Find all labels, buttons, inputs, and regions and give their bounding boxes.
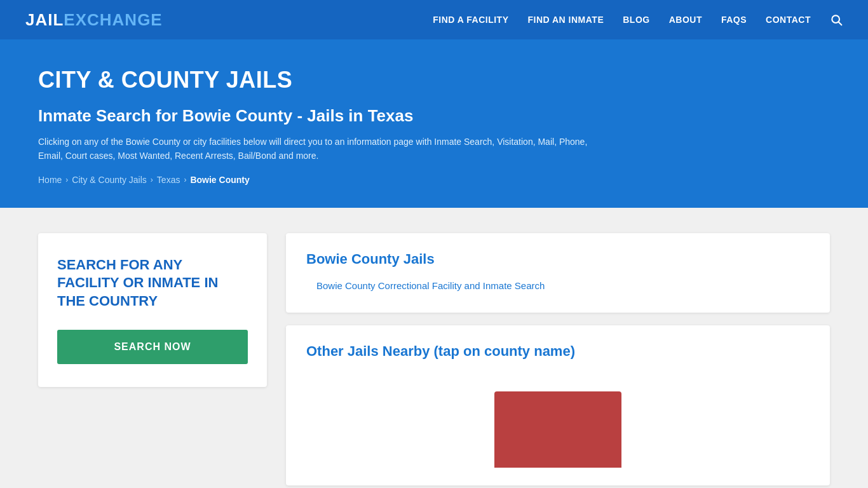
logo-exchange-text: EXCHANGE xyxy=(64,10,162,30)
search-card: SEARCH FOR ANY FACILITY OR INMATE IN THE… xyxy=(38,233,267,387)
svg-line-1 xyxy=(839,22,842,25)
map-shape xyxy=(494,391,621,468)
facility-card-title: Bowie County Jails xyxy=(306,251,810,268)
hero-section: CITY & COUNTY JAILS Inmate Search for Bo… xyxy=(0,41,868,208)
search-now-button[interactable]: SEARCH NOW xyxy=(57,330,248,364)
breadcrumb-home[interactable]: Home xyxy=(38,175,62,185)
main-nav: FIND A FACILITY FIND AN INMATE BLOG ABOU… xyxy=(433,13,843,26)
nav-faqs[interactable]: FAQs xyxy=(721,15,747,25)
site-header: JAIL EXCHANGE FIND A FACILITY FIND AN IN… xyxy=(0,0,868,41)
nav-about[interactable]: ABOUT xyxy=(669,15,702,25)
nearby-card-title: Other Jails Nearby (tap on county name) xyxy=(306,343,810,360)
header-search-button[interactable] xyxy=(830,13,843,26)
search-card-title: SEARCH FOR ANY FACILITY OR INMATE IN THE… xyxy=(57,256,248,311)
nav-find-facility[interactable]: FIND A FACILITY xyxy=(433,15,508,25)
breadcrumb-texas[interactable]: Texas xyxy=(157,175,180,185)
breadcrumb-current: Bowie County xyxy=(190,175,249,185)
breadcrumb-sep-1: › xyxy=(65,175,68,184)
map-placeholder xyxy=(306,372,810,468)
site-logo[interactable]: JAIL EXCHANGE xyxy=(25,10,163,30)
hero-description: Clicking on any of the Bowie County or c… xyxy=(38,135,610,163)
nav-blog[interactable]: BLOG xyxy=(623,15,649,25)
search-icon xyxy=(830,13,843,26)
nav-contact[interactable]: CONTACT xyxy=(766,15,811,25)
facility-link[interactable]: Bowie County Correctional Facility and I… xyxy=(306,276,810,295)
nearby-jails-card: Other Jails Nearby (tap on county name) xyxy=(286,325,830,485)
bowie-county-jails-card: Bowie County Jails Bowie County Correcti… xyxy=(286,233,830,313)
page-main-title: CITY & COUNTY JAILS xyxy=(38,67,830,93)
logo-jail-text: JAIL xyxy=(25,10,64,30)
breadcrumb-city-county[interactable]: City & County Jails xyxy=(72,175,146,185)
right-column: Bowie County Jails Bowie County Correcti… xyxy=(286,233,830,485)
breadcrumb-sep-2: › xyxy=(151,175,153,184)
main-content: SEARCH FOR ANY FACILITY OR INMATE IN THE… xyxy=(0,208,868,488)
page-subtitle: Inmate Search for Bowie County - Jails i… xyxy=(38,106,830,126)
breadcrumb: Home › City & County Jails › Texas › Bow… xyxy=(38,175,830,185)
breadcrumb-sep-3: › xyxy=(184,175,186,184)
nav-find-inmate[interactable]: FIND AN INMATE xyxy=(527,15,604,25)
